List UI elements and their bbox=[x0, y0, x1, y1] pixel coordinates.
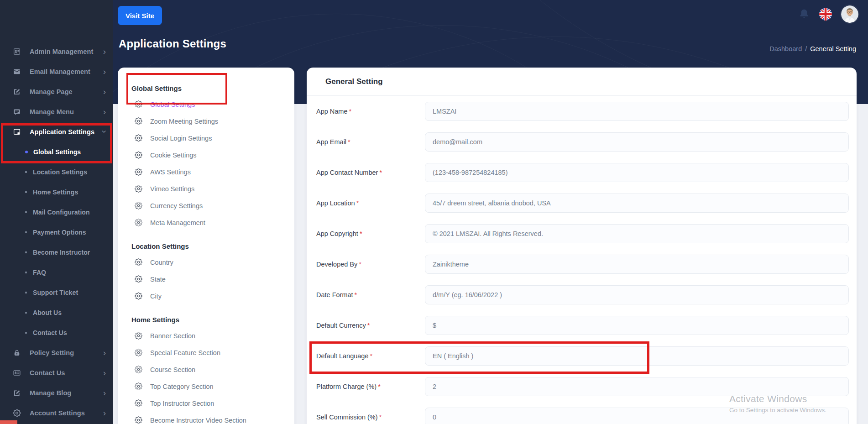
required-asterisk: * bbox=[356, 199, 359, 207]
bullet-dot-icon bbox=[25, 332, 27, 334]
required-asterisk: * bbox=[379, 414, 382, 421]
sidebar-item-label: Support Ticket bbox=[33, 289, 78, 296]
sidebar-item-account-settings[interactable]: Account Settings › bbox=[0, 403, 113, 423]
sidebar-item-payment-options[interactable]: Payment Options bbox=[0, 222, 113, 242]
settings-nav-cookie-settings[interactable]: Cookie Settings bbox=[118, 147, 294, 163]
sidebar-nav: Admin Management › Email Management › Ma… bbox=[0, 42, 113, 423]
required-asterisk: * bbox=[348, 138, 350, 146]
sidebar-item-about-us[interactable]: About Us bbox=[0, 303, 113, 323]
chevron-right-icon: › bbox=[103, 348, 106, 357]
field-label: Date Format* bbox=[316, 291, 425, 298]
sidebar-item-label: Policy Setting bbox=[30, 349, 74, 356]
chevron-right-icon: › bbox=[103, 408, 106, 417]
required-asterisk: * bbox=[360, 230, 362, 237]
field-label: Default Language* bbox=[316, 352, 425, 360]
sidebar-item-admin-management[interactable]: Admin Management › bbox=[0, 42, 113, 62]
chevron-right-icon: › bbox=[103, 388, 106, 397]
sidebar-item-label: Manage Page bbox=[30, 88, 73, 95]
field-input-default-currency[interactable] bbox=[425, 316, 849, 335]
gear-icon bbox=[135, 258, 142, 266]
sidebar-item-home-settings[interactable]: Home Settings bbox=[0, 182, 113, 202]
field-input-app-email[interactable] bbox=[425, 132, 849, 152]
gear-icon bbox=[135, 134, 142, 142]
bullet-dot-icon bbox=[25, 272, 27, 273]
sidebar-item-email-management[interactable]: Email Management › bbox=[0, 62, 113, 82]
form-row-developed-by: Developed By* bbox=[307, 249, 857, 279]
sidebar-item-mail-configuration[interactable]: Mail Configuration bbox=[0, 202, 113, 222]
settings-nav-label: Country bbox=[150, 259, 173, 266]
settings-nav-become-instructor-video-section[interactable]: Become Instructor Video Section bbox=[118, 412, 294, 424]
sidebar-item-contact-us[interactable]: Contact Us bbox=[0, 323, 113, 343]
form-row-app-name: App Name* bbox=[307, 96, 857, 126]
sidebar-item-label: Manage Menu bbox=[30, 108, 74, 115]
sidebar-item-application-settings[interactable]: Application Settings › bbox=[0, 122, 113, 142]
settings-nav-course-section[interactable]: Course Section bbox=[118, 361, 294, 378]
field-input-app-contact-number[interactable] bbox=[425, 163, 849, 182]
required-asterisk: * bbox=[379, 169, 382, 176]
page: { "colors": { "primary_blue": "#1b6ff2",… bbox=[0, 0, 868, 424]
settings-nav-vimeo-settings[interactable]: Vimeo Settings bbox=[118, 180, 294, 197]
field-input-date-format[interactable] bbox=[425, 285, 849, 304]
sidebar-item-label: About Us bbox=[33, 309, 62, 316]
sidebar-item-label: Email Management bbox=[30, 68, 90, 75]
field-input-default-language[interactable] bbox=[425, 346, 849, 366]
field-input-app-copyright[interactable] bbox=[425, 224, 849, 243]
sidebar-item-manage-page[interactable]: Manage Page › bbox=[0, 82, 113, 102]
visit-site-button[interactable]: Visit Site bbox=[118, 6, 162, 25]
field-input-developed-by[interactable] bbox=[425, 255, 849, 274]
edit-square-icon bbox=[13, 88, 21, 96]
settings-nav-card: Global Settings Global Settings Zoom Mee… bbox=[118, 68, 294, 424]
bell-icon[interactable] bbox=[798, 8, 810, 20]
gear-icon bbox=[135, 399, 142, 407]
settings-nav-zoom-meeting-settings[interactable]: Zoom Meeting Settings bbox=[118, 113, 294, 130]
sidebar-item-location-settings[interactable]: Location Settings bbox=[0, 162, 113, 182]
settings-nav-country[interactable]: Country bbox=[118, 254, 294, 271]
uk-flag-icon[interactable] bbox=[819, 8, 832, 21]
settings-nav-top-category-section[interactable]: Top Category Section bbox=[118, 378, 294, 395]
required-asterisk: * bbox=[378, 383, 381, 390]
sidebar-item-faq[interactable]: FAQ bbox=[0, 262, 113, 283]
gear-icon bbox=[135, 151, 142, 159]
sidebar-item-global-settings[interactable]: Global Settings bbox=[0, 142, 113, 162]
settings-nav-special-feature-section[interactable]: Special Feature Section bbox=[118, 344, 294, 361]
settings-nav-label: Vimeo Settings bbox=[150, 185, 194, 193]
settings-nav-social-login-settings[interactable]: Social Login Settings bbox=[118, 130, 294, 147]
field-input-app-location[interactable] bbox=[425, 194, 849, 213]
required-asterisk: * bbox=[349, 108, 352, 115]
id-badge-icon bbox=[13, 47, 21, 56]
gear-icon bbox=[135, 219, 142, 226]
chevron-right-icon: › bbox=[103, 67, 106, 76]
form-row-app-copyright: App Copyright* bbox=[307, 218, 857, 249]
field-input-sell-commission[interactable] bbox=[425, 408, 849, 424]
gear-icon bbox=[135, 416, 142, 424]
sidebar-item-become-instructor[interactable]: Become Instructor bbox=[0, 242, 113, 262]
page-title: Application Settings bbox=[119, 37, 226, 50]
required-asterisk: * bbox=[355, 291, 357, 298]
settings-nav-meta-management[interactable]: Meta Management bbox=[118, 214, 294, 231]
field-input-platform-charge[interactable] bbox=[425, 377, 849, 396]
settings-nav-state[interactable]: State bbox=[118, 271, 294, 288]
settings-nav-home-settings: Home Settings bbox=[118, 312, 294, 327]
menu-lines-icon bbox=[13, 108, 21, 116]
required-asterisk: * bbox=[359, 261, 361, 268]
chevron-right-icon: › bbox=[103, 368, 106, 377]
settings-nav-top-instructor-section[interactable]: Top Instructor Section bbox=[118, 395, 294, 412]
sidebar-item-manage-blog[interactable]: Manage Blog › bbox=[0, 383, 113, 403]
settings-nav-currency-settings[interactable]: Currency Settings bbox=[118, 197, 294, 214]
settings-nav-label: Global Settings bbox=[131, 84, 182, 92]
field-input-app-name[interactable] bbox=[425, 102, 849, 121]
settings-nav-global-settings[interactable]: Global Settings bbox=[118, 96, 294, 113]
field-label: App Contact Number* bbox=[316, 169, 425, 176]
settings-nav-banner-section[interactable]: Banner Section bbox=[118, 327, 294, 344]
sidebar-item-policy-setting[interactable]: Policy Setting › bbox=[0, 343, 113, 363]
sidebar-item-manage-menu[interactable]: Manage Menu › bbox=[0, 102, 113, 122]
settings-nav-city[interactable]: City bbox=[118, 288, 294, 304]
bullet-dot-icon bbox=[25, 231, 27, 233]
settings-nav-label: Course Section bbox=[150, 366, 195, 373]
sidebar-item-contact-us[interactable]: Contact Us › bbox=[0, 363, 113, 383]
sidebar-item-support-ticket[interactable]: Support Ticket bbox=[0, 283, 113, 303]
field-label: App Email* bbox=[316, 138, 425, 146]
user-avatar[interactable] bbox=[841, 5, 858, 23]
breadcrumb-dashboard[interactable]: Dashboard bbox=[769, 45, 802, 52]
settings-nav-aws-settings[interactable]: AWS Settings bbox=[118, 163, 294, 180]
